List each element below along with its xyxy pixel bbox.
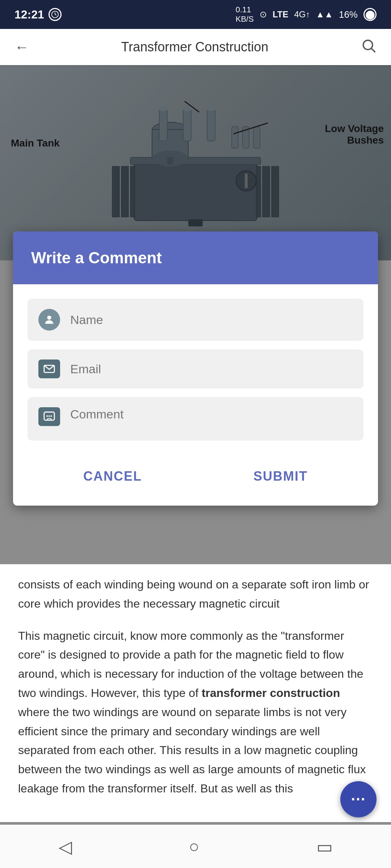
- status-time: 12:21: [14, 8, 44, 21]
- article-below: consists of each winding being wound on …: [0, 564, 391, 822]
- app-header: ← Transformer Construction: [0, 29, 391, 65]
- comment-icon: [38, 407, 60, 426]
- status-icon: [49, 8, 62, 21]
- nav-bar: ◁ ○ ▭: [0, 825, 391, 868]
- status-bar: 12:21 0.11KB/S ⊙ LTE 4G↑ ▲▲ 16% ⬤: [0, 0, 391, 29]
- dialog-header: Write a Comment: [13, 231, 378, 284]
- battery-level: 16%: [339, 9, 358, 20]
- comment-input-row: [28, 397, 363, 441]
- dialog-actions: CANCEL SUBMIT: [13, 449, 378, 506]
- nav-back-button[interactable]: ◁: [59, 837, 72, 857]
- svg-point-35: [49, 415, 50, 417]
- submit-button[interactable]: SUBMIT: [232, 465, 329, 488]
- svg-point-31: [47, 316, 51, 320]
- svg-point-36: [51, 415, 52, 417]
- comment-dialog: Write a Comment: [13, 231, 378, 506]
- svg-line-4: [371, 48, 375, 52]
- bold-term: transformer construction: [202, 686, 340, 699]
- search-button[interactable]: [361, 38, 377, 57]
- back-button[interactable]: ←: [14, 39, 29, 55]
- article-paragraph-1: consists of each winding being wound on …: [18, 575, 373, 613]
- nav-home-button[interactable]: ○: [189, 837, 199, 856]
- person-icon: [38, 309, 60, 331]
- nav-recents-button[interactable]: ▭: [316, 837, 333, 857]
- envelope-icon: [38, 359, 60, 378]
- signal-icon: ▲▲: [316, 9, 333, 20]
- svg-point-3: [363, 40, 373, 50]
- svg-line-2: [55, 14, 56, 15]
- fab-icon: ···: [351, 791, 366, 808]
- name-input-row: [28, 299, 363, 341]
- svg-point-34: [46, 415, 48, 417]
- fab-button[interactable]: ···: [340, 781, 377, 817]
- 4g-icon: 4G↑: [294, 9, 310, 20]
- record-icon: ⬤: [363, 8, 377, 21]
- comment-input[interactable]: [70, 407, 353, 421]
- email-input[interactable]: [70, 362, 353, 376]
- cancel-button[interactable]: CANCEL: [62, 465, 164, 488]
- target-icon: ⊙: [260, 9, 267, 20]
- email-input-row: [28, 349, 363, 388]
- page-title: Transformer Construction: [121, 39, 269, 55]
- status-right: 0.11KB/S ⊙ LTE 4G↑ ▲▲ 16% ⬤: [236, 5, 377, 24]
- network-speed: 0.11KB/S: [236, 5, 254, 24]
- article-paragraph-2: This magnetic circuit, know more commonl…: [18, 626, 373, 798]
- dialog-body: [13, 284, 378, 441]
- lte-icon: LTE: [273, 9, 289, 20]
- name-input[interactable]: [70, 313, 353, 327]
- dialog-title: Write a Comment: [31, 249, 162, 267]
